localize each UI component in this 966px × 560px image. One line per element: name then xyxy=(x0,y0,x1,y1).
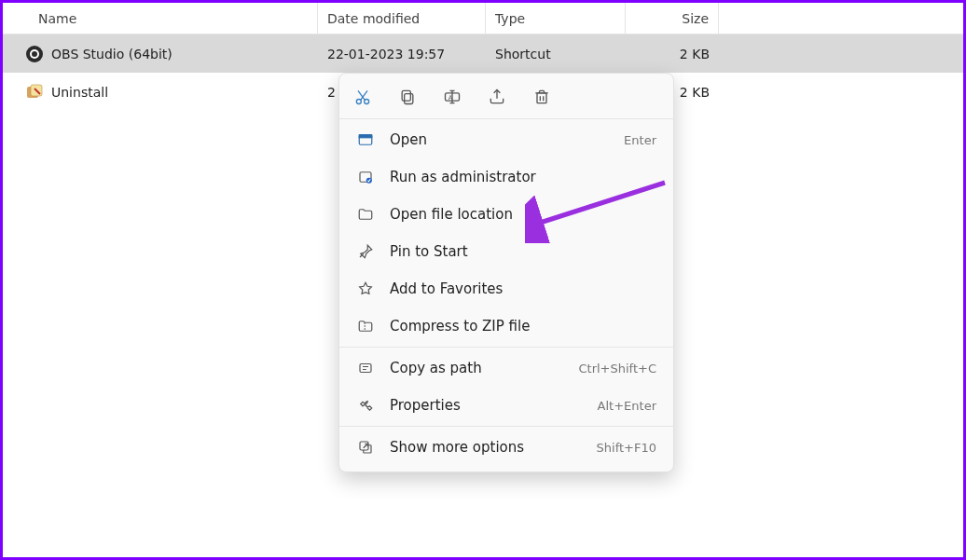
svg-text:A: A xyxy=(448,94,453,102)
menu-item-properties[interactable]: Properties Alt+Enter xyxy=(339,387,673,424)
folder-icon xyxy=(356,205,375,224)
menu-item-open-file-location[interactable]: Open file location xyxy=(339,196,673,233)
zip-icon xyxy=(356,317,375,335)
more-options-icon xyxy=(356,438,375,457)
file-type: Shortcut xyxy=(486,47,626,61)
menu-item-compress-zip[interactable]: Compress to ZIP file xyxy=(339,307,673,345)
file-name: Uninstall xyxy=(51,85,108,100)
admin-shield-icon xyxy=(356,168,375,186)
menu-item-open[interactable]: Open Enter xyxy=(339,121,673,158)
column-header-date[interactable]: Date modified xyxy=(318,3,486,34)
delete-icon[interactable] xyxy=(531,87,552,107)
copy-icon[interactable] xyxy=(397,87,418,107)
menu-label: Open file location xyxy=(390,206,656,223)
menu-shortcut: Ctrl+Shift+C xyxy=(578,362,656,376)
star-icon xyxy=(356,280,375,298)
menu-shortcut: Shift+F10 xyxy=(597,441,656,455)
menu-item-run-as-admin[interactable]: Run as administrator xyxy=(339,158,673,196)
cut-icon[interactable] xyxy=(352,87,373,107)
svg-point-2 xyxy=(32,51,37,57)
svg-rect-17 xyxy=(360,442,368,450)
context-menu: A Open Enter Run as administrator Open f… xyxy=(338,73,674,472)
menu-item-show-more-options[interactable]: Show more options Shift+F10 xyxy=(339,429,673,466)
share-icon[interactable] xyxy=(487,87,507,107)
file-date: 22-01-2023 19:57 xyxy=(318,47,486,61)
menu-item-copy-as-path[interactable]: Copy as path Ctrl+Shift+C xyxy=(339,349,673,387)
svg-rect-11 xyxy=(537,93,546,103)
wrench-icon xyxy=(356,396,375,415)
open-icon xyxy=(356,130,375,149)
pin-icon xyxy=(356,242,375,261)
table-row[interactable]: OBS Studio (64bit) 22-01-2023 19:57 Shor… xyxy=(3,34,963,73)
column-header-size[interactable]: Size xyxy=(626,3,719,34)
obs-shortcut-icon xyxy=(25,45,44,63)
menu-label: Properties xyxy=(390,397,598,414)
menu-separator xyxy=(339,347,673,348)
menu-shortcut: Alt+Enter xyxy=(598,399,656,413)
svg-rect-7 xyxy=(405,94,413,104)
menu-label: Run as administrator xyxy=(390,169,656,185)
column-header-name[interactable]: Name xyxy=(3,3,318,34)
rename-icon[interactable]: A xyxy=(442,87,462,107)
menu-item-pin-to-start[interactable]: Pin to Start xyxy=(339,233,673,270)
svg-rect-8 xyxy=(402,90,410,101)
file-name: OBS Studio (64bit) xyxy=(51,47,172,61)
menu-label: Copy as path xyxy=(390,360,578,376)
file-size: 2 KB xyxy=(626,47,719,61)
svg-rect-16 xyxy=(360,364,371,373)
menu-label: Open xyxy=(390,131,624,148)
menu-label: Pin to Start xyxy=(390,243,656,260)
menu-label: Compress to ZIP file xyxy=(390,318,656,335)
menu-shortcut: Enter xyxy=(624,133,656,147)
menu-label: Show more options xyxy=(390,439,597,456)
context-menu-toolbar: A xyxy=(339,79,673,116)
menu-separator xyxy=(339,426,673,427)
column-header-type[interactable]: Type xyxy=(486,3,626,34)
menu-label: Add to Favorites xyxy=(390,280,656,297)
svg-rect-13 xyxy=(359,135,372,138)
menu-item-add-to-favorites[interactable]: Add to Favorites xyxy=(339,270,673,307)
menu-separator xyxy=(339,118,673,119)
uninstall-shortcut-icon xyxy=(25,83,44,102)
copy-path-icon xyxy=(356,359,375,377)
table-header-row: Name Date modified Type Size xyxy=(3,3,963,34)
